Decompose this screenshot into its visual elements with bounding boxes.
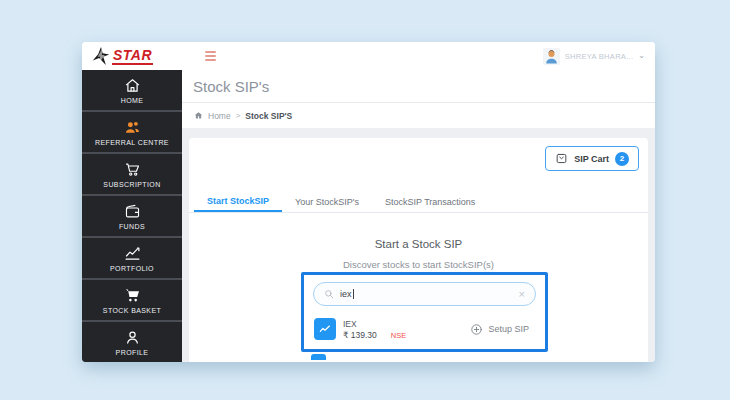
sidebar-item-home[interactable]: HOME: [82, 70, 182, 110]
sidebar-item-label: PORTFOLIO: [110, 265, 154, 272]
sip-cart-label: SIP Cart: [574, 154, 609, 164]
sidebar-item-subscription[interactable]: SUBSCRIPTION: [82, 154, 182, 194]
sidebar-item-stock-basket[interactable]: STOCK BASKET: [82, 280, 182, 320]
sidebar-item-label: STOCK BASKET: [103, 307, 161, 314]
sidebar-item-referral-centre[interactable]: REFERRAL CENTRE: [82, 112, 182, 152]
hamburger-menu-icon[interactable]: [205, 51, 216, 61]
text-caret: [353, 289, 354, 299]
sidebar-item-label: PROFILE: [116, 349, 149, 356]
breadcrumb: Home > Stock SIP'S: [182, 103, 655, 128]
user-name: SHREYA BHARA...: [565, 52, 634, 61]
search-result-row[interactable]: IEX ₹ 139.30 NSE Setup SIP: [314, 318, 529, 340]
brand-logo-text: STAR: [112, 48, 153, 65]
page-title-bar: Stock SIP's: [182, 70, 655, 103]
sidebar-item-label: HOME: [121, 97, 144, 104]
stock-sip-card: SIP Cart 2 Start StockSIP Your StockSIP'…: [189, 138, 648, 362]
page-title: Stock SIP's: [193, 78, 269, 95]
highlight-box: iex × IEX ₹ 139.30: [301, 272, 548, 352]
tab-stocksip-transactions[interactable]: StockSIP Transactions: [372, 192, 488, 212]
sip-cart-button[interactable]: SIP Cart 2: [545, 146, 639, 171]
tab-your-stocksips[interactable]: Your StockSIP's: [282, 192, 372, 212]
breadcrumb-current: Stock SIP'S: [245, 111, 292, 121]
cart-filled-icon: [124, 287, 141, 304]
section-heading: Start a Stock SIP: [189, 238, 648, 250]
plus-circle-icon: [470, 323, 483, 336]
chevron-down-icon: ⌄: [638, 53, 645, 59]
sidebar: HOME REFERRAL CENTRE SUBSCRIPTION: [82, 70, 182, 362]
stock-search-input[interactable]: iex ×: [313, 282, 536, 306]
top-bar: STAR SHREYA BHARA... ⌄: [82, 42, 655, 70]
breadcrumb-home-link[interactable]: Home: [208, 111, 231, 121]
brand-logo[interactable]: STAR: [92, 47, 153, 65]
sidebar-item-portfolio[interactable]: PORTFOLIO: [82, 238, 182, 278]
clear-search-icon[interactable]: ×: [519, 289, 525, 299]
tab-start-stocksip[interactable]: Start StockSIP: [194, 192, 282, 212]
avatar: [543, 48, 560, 65]
sidebar-item-funds[interactable]: FUNDS: [82, 196, 182, 236]
section-subheading: Discover stocks to start StockSIP(s): [189, 259, 648, 270]
stock-chart-icon: [314, 318, 336, 340]
stock-info: IEX ₹ 139.30 NSE: [343, 319, 406, 340]
breadcrumb-separator: >: [236, 111, 241, 120]
stock-exchange-badge: NSE: [391, 331, 406, 340]
sidebar-item-profile[interactable]: PROFILE: [82, 322, 182, 362]
sidebar-item-label: FUNDS: [119, 223, 145, 230]
stock-symbol: IEX: [343, 319, 406, 329]
user-menu[interactable]: SHREYA BHARA... ⌄: [543, 48, 645, 65]
sip-cart-icon: [555, 152, 568, 165]
search-icon: [324, 289, 334, 299]
main-content: Stock SIP's Home > Stock SIP'S SIP Cart: [182, 70, 655, 362]
sidebar-item-label: SUBSCRIPTION: [103, 181, 160, 188]
setup-sip-label: Setup SIP: [488, 324, 529, 334]
home-icon: [124, 77, 141, 94]
wallet-icon: [124, 203, 141, 220]
app-window: STAR SHREYA BHARA... ⌄ HOME: [82, 42, 655, 362]
breadcrumb-home-icon: [194, 111, 203, 120]
people-icon: [124, 119, 141, 136]
chart-line-icon: [124, 245, 141, 262]
star-logo-icon: [92, 47, 110, 65]
search-value: iex: [340, 289, 352, 299]
stock-price: ₹ 139.30: [343, 330, 377, 340]
sip-cart-count-badge: 2: [615, 152, 629, 166]
person-icon: [124, 329, 141, 346]
next-result-partial-icon: [311, 354, 326, 360]
sidebar-item-label: REFERRAL CENTRE: [95, 139, 169, 146]
tab-bar: Start StockSIP Your StockSIP's StockSIP …: [189, 192, 648, 213]
setup-sip-button[interactable]: Setup SIP: [470, 323, 529, 336]
cart-outline-icon: [124, 161, 141, 178]
